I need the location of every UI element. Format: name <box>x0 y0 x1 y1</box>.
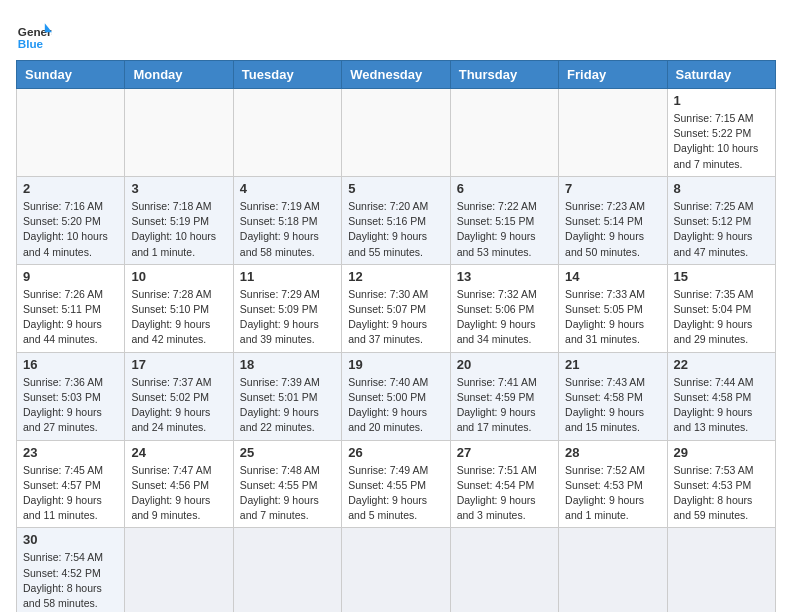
calendar-table: SundayMondayTuesdayWednesdayThursdayFrid… <box>16 60 776 612</box>
day-number: 5 <box>348 181 443 196</box>
weekday-header: Wednesday <box>342 61 450 89</box>
day-info: Sunrise: 7:20 AM Sunset: 5:16 PM Dayligh… <box>348 199 443 260</box>
day-number: 4 <box>240 181 335 196</box>
day-number: 18 <box>240 357 335 372</box>
weekday-header: Thursday <box>450 61 558 89</box>
day-info: Sunrise: 7:39 AM Sunset: 5:01 PM Dayligh… <box>240 375 335 436</box>
weekday-header: Sunday <box>17 61 125 89</box>
calendar-day-cell <box>125 528 233 612</box>
calendar-week-row: 30Sunrise: 7:54 AM Sunset: 4:52 PM Dayli… <box>17 528 776 612</box>
day-number: 9 <box>23 269 118 284</box>
day-info: Sunrise: 7:28 AM Sunset: 5:10 PM Dayligh… <box>131 287 226 348</box>
day-number: 20 <box>457 357 552 372</box>
day-info: Sunrise: 7:37 AM Sunset: 5:02 PM Dayligh… <box>131 375 226 436</box>
calendar-day-cell: 23Sunrise: 7:45 AM Sunset: 4:57 PM Dayli… <box>17 440 125 528</box>
day-number: 25 <box>240 445 335 460</box>
calendar-day-cell: 10Sunrise: 7:28 AM Sunset: 5:10 PM Dayli… <box>125 264 233 352</box>
calendar-day-cell: 19Sunrise: 7:40 AM Sunset: 5:00 PM Dayli… <box>342 352 450 440</box>
calendar-day-cell <box>667 528 775 612</box>
day-info: Sunrise: 7:16 AM Sunset: 5:20 PM Dayligh… <box>23 199 118 260</box>
day-info: Sunrise: 7:33 AM Sunset: 5:05 PM Dayligh… <box>565 287 660 348</box>
calendar-day-cell <box>342 528 450 612</box>
logo-icon: General Blue <box>16 16 52 52</box>
calendar-day-cell: 16Sunrise: 7:36 AM Sunset: 5:03 PM Dayli… <box>17 352 125 440</box>
calendar-week-row: 1Sunrise: 7:15 AM Sunset: 5:22 PM Daylig… <box>17 89 776 177</box>
day-number: 28 <box>565 445 660 460</box>
day-info: Sunrise: 7:40 AM Sunset: 5:00 PM Dayligh… <box>348 375 443 436</box>
calendar-day-cell <box>559 528 667 612</box>
day-number: 23 <box>23 445 118 460</box>
calendar-day-cell: 21Sunrise: 7:43 AM Sunset: 4:58 PM Dayli… <box>559 352 667 440</box>
day-number: 10 <box>131 269 226 284</box>
calendar-day-cell <box>233 89 341 177</box>
day-info: Sunrise: 7:15 AM Sunset: 5:22 PM Dayligh… <box>674 111 769 172</box>
day-number: 15 <box>674 269 769 284</box>
logo: General Blue <box>16 16 52 52</box>
day-number: 6 <box>457 181 552 196</box>
calendar-day-cell <box>125 89 233 177</box>
day-number: 26 <box>348 445 443 460</box>
day-number: 1 <box>674 93 769 108</box>
calendar-day-cell: 24Sunrise: 7:47 AM Sunset: 4:56 PM Dayli… <box>125 440 233 528</box>
calendar-week-row: 16Sunrise: 7:36 AM Sunset: 5:03 PM Dayli… <box>17 352 776 440</box>
calendar-week-row: 9Sunrise: 7:26 AM Sunset: 5:11 PM Daylig… <box>17 264 776 352</box>
day-info: Sunrise: 7:18 AM Sunset: 5:19 PM Dayligh… <box>131 199 226 260</box>
day-number: 29 <box>674 445 769 460</box>
day-info: Sunrise: 7:49 AM Sunset: 4:55 PM Dayligh… <box>348 463 443 524</box>
day-info: Sunrise: 7:41 AM Sunset: 4:59 PM Dayligh… <box>457 375 552 436</box>
calendar-week-row: 23Sunrise: 7:45 AM Sunset: 4:57 PM Dayli… <box>17 440 776 528</box>
calendar-week-row: 2Sunrise: 7:16 AM Sunset: 5:20 PM Daylig… <box>17 176 776 264</box>
day-number: 21 <box>565 357 660 372</box>
day-info: Sunrise: 7:36 AM Sunset: 5:03 PM Dayligh… <box>23 375 118 436</box>
day-info: Sunrise: 7:26 AM Sunset: 5:11 PM Dayligh… <box>23 287 118 348</box>
day-info: Sunrise: 7:23 AM Sunset: 5:14 PM Dayligh… <box>565 199 660 260</box>
calendar-day-cell: 17Sunrise: 7:37 AM Sunset: 5:02 PM Dayli… <box>125 352 233 440</box>
day-number: 3 <box>131 181 226 196</box>
weekday-header: Tuesday <box>233 61 341 89</box>
day-number: 17 <box>131 357 226 372</box>
calendar-day-cell <box>450 89 558 177</box>
day-number: 30 <box>23 532 118 547</box>
calendar-day-cell: 30Sunrise: 7:54 AM Sunset: 4:52 PM Dayli… <box>17 528 125 612</box>
weekday-header: Monday <box>125 61 233 89</box>
day-number: 13 <box>457 269 552 284</box>
day-number: 8 <box>674 181 769 196</box>
calendar-day-cell: 13Sunrise: 7:32 AM Sunset: 5:06 PM Dayli… <box>450 264 558 352</box>
calendar-day-cell: 22Sunrise: 7:44 AM Sunset: 4:58 PM Dayli… <box>667 352 775 440</box>
calendar-day-cell: 7Sunrise: 7:23 AM Sunset: 5:14 PM Daylig… <box>559 176 667 264</box>
calendar-day-cell: 3Sunrise: 7:18 AM Sunset: 5:19 PM Daylig… <box>125 176 233 264</box>
day-number: 22 <box>674 357 769 372</box>
day-number: 14 <box>565 269 660 284</box>
calendar-day-cell: 8Sunrise: 7:25 AM Sunset: 5:12 PM Daylig… <box>667 176 775 264</box>
calendar-day-cell: 28Sunrise: 7:52 AM Sunset: 4:53 PM Dayli… <box>559 440 667 528</box>
calendar-day-cell: 9Sunrise: 7:26 AM Sunset: 5:11 PM Daylig… <box>17 264 125 352</box>
day-info: Sunrise: 7:30 AM Sunset: 5:07 PM Dayligh… <box>348 287 443 348</box>
calendar-day-cell <box>450 528 558 612</box>
day-info: Sunrise: 7:54 AM Sunset: 4:52 PM Dayligh… <box>23 550 118 611</box>
day-number: 2 <box>23 181 118 196</box>
calendar-day-cell: 6Sunrise: 7:22 AM Sunset: 5:15 PM Daylig… <box>450 176 558 264</box>
calendar-day-cell: 4Sunrise: 7:19 AM Sunset: 5:18 PM Daylig… <box>233 176 341 264</box>
day-info: Sunrise: 7:47 AM Sunset: 4:56 PM Dayligh… <box>131 463 226 524</box>
calendar-day-cell: 27Sunrise: 7:51 AM Sunset: 4:54 PM Dayli… <box>450 440 558 528</box>
calendar-day-cell <box>342 89 450 177</box>
day-number: 27 <box>457 445 552 460</box>
day-info: Sunrise: 7:43 AM Sunset: 4:58 PM Dayligh… <box>565 375 660 436</box>
calendar-day-cell <box>233 528 341 612</box>
calendar-day-cell: 12Sunrise: 7:30 AM Sunset: 5:07 PM Dayli… <box>342 264 450 352</box>
calendar-day-cell <box>559 89 667 177</box>
calendar-header-row: SundayMondayTuesdayWednesdayThursdayFrid… <box>17 61 776 89</box>
day-info: Sunrise: 7:52 AM Sunset: 4:53 PM Dayligh… <box>565 463 660 524</box>
calendar-day-cell: 14Sunrise: 7:33 AM Sunset: 5:05 PM Dayli… <box>559 264 667 352</box>
svg-text:Blue: Blue <box>18 37 44 50</box>
day-info: Sunrise: 7:51 AM Sunset: 4:54 PM Dayligh… <box>457 463 552 524</box>
calendar-day-cell: 26Sunrise: 7:49 AM Sunset: 4:55 PM Dayli… <box>342 440 450 528</box>
day-number: 19 <box>348 357 443 372</box>
day-info: Sunrise: 7:45 AM Sunset: 4:57 PM Dayligh… <box>23 463 118 524</box>
calendar-day-cell: 20Sunrise: 7:41 AM Sunset: 4:59 PM Dayli… <box>450 352 558 440</box>
day-number: 7 <box>565 181 660 196</box>
calendar-day-cell: 15Sunrise: 7:35 AM Sunset: 5:04 PM Dayli… <box>667 264 775 352</box>
calendar-day-cell: 18Sunrise: 7:39 AM Sunset: 5:01 PM Dayli… <box>233 352 341 440</box>
day-number: 11 <box>240 269 335 284</box>
calendar-day-cell: 11Sunrise: 7:29 AM Sunset: 5:09 PM Dayli… <box>233 264 341 352</box>
